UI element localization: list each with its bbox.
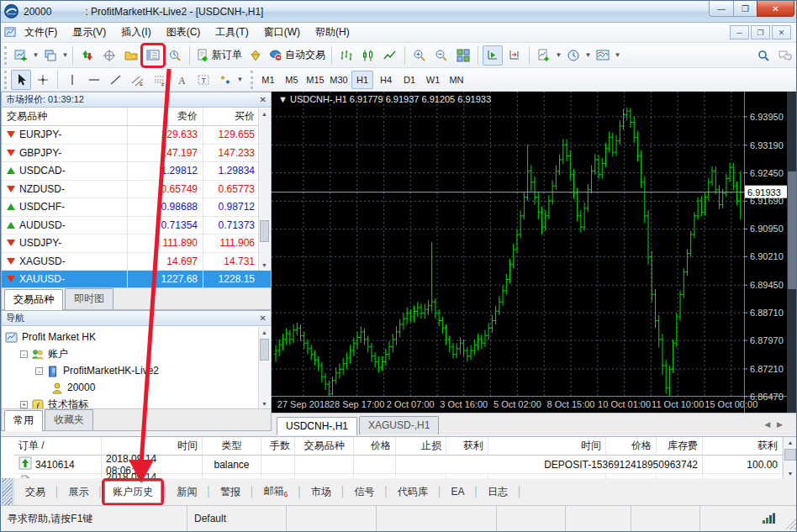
terminal-tab-日志[interactable]: 日志 bbox=[480, 481, 515, 503]
navigator-tab-常用[interactable]: 常用 bbox=[4, 410, 43, 431]
market-watch-row-xauusd[interactable]: XAUUSD-1227.681228.15 bbox=[2, 271, 271, 289]
new-chart-button[interactable] bbox=[11, 45, 31, 66]
profiles-button[interactable] bbox=[40, 45, 61, 66]
bar-chart-button[interactable] bbox=[336, 45, 356, 66]
indicators-dropdown-icon[interactable]: ▼ bbox=[555, 51, 562, 59]
new-order-button[interactable]: 新订单 bbox=[194, 45, 244, 66]
terminal-column-3[interactable]: 手数 bbox=[261, 437, 295, 456]
close-button[interactable]: ✕ bbox=[757, 1, 794, 17]
terminal-column-8[interactable]: 时间 bbox=[488, 437, 606, 456]
scroll-thumb[interactable] bbox=[260, 220, 269, 242]
auto-scroll-button[interactable] bbox=[483, 45, 503, 66]
menu-item-6[interactable]: 帮助(H) bbox=[308, 23, 357, 42]
timeframe-mn-button[interactable]: MN bbox=[446, 71, 467, 89]
profiles-dropdown-icon[interactable]: ▼ bbox=[61, 51, 69, 59]
navigator-tab-收藏夹[interactable]: 收藏夹 bbox=[45, 409, 93, 430]
timeframe-h1-button[interactable]: H1 bbox=[351, 71, 373, 89]
menu-item-5[interactable]: 窗口(W) bbox=[256, 23, 308, 42]
terminal-column-10[interactable]: 库存费 bbox=[657, 437, 703, 456]
strategy-tester-button[interactable] bbox=[165, 45, 185, 66]
indicators-button[interactable] bbox=[534, 45, 554, 66]
zoom-in-button[interactable] bbox=[409, 45, 430, 66]
arrows-dropdown-icon[interactable]: ▼ bbox=[236, 76, 244, 83]
chart-tab-XAGUSD-,H1[interactable]: XAGUSD-,H1 bbox=[359, 416, 439, 435]
new-chart-dropdown-icon[interactable]: ▼ bbox=[32, 51, 40, 59]
navigator-scrollbar[interactable]: ▲ ▼ bbox=[258, 327, 270, 409]
market-watch-tab-即时图[interactable]: 即时图 bbox=[65, 288, 113, 309]
toolbar-grip[interactable] bbox=[4, 46, 7, 65]
terminal-tab-账户历史[interactable]: 账户历史 bbox=[104, 481, 161, 503]
text-label-button[interactable]: T bbox=[193, 70, 214, 90]
chart-tab-scroll-icons[interactable]: ◀▶ bbox=[764, 420, 789, 429]
terminal-column-11[interactable]: 获利 bbox=[703, 437, 783, 456]
toolbar-grip[interactable] bbox=[251, 71, 253, 89]
zoom-out-button[interactable] bbox=[431, 45, 451, 66]
templates-button[interactable] bbox=[593, 45, 613, 66]
timeframe-d1-button[interactable]: D1 bbox=[398, 71, 420, 89]
search-button[interactable] bbox=[753, 45, 773, 66]
market-watch-row-usdcad[interactable]: USDCAD-1.298121.29834 bbox=[2, 162, 271, 181]
timeframe-w1-button[interactable]: W1 bbox=[422, 71, 444, 89]
mdi-close-button[interactable]: ✕ bbox=[772, 25, 791, 40]
price-chart[interactable]: 27 Sep 201828 Sep 17:002 Oct 07:003 Oct … bbox=[272, 92, 797, 413]
chart-tab-USDCNH-,H1[interactable]: USDCNH-,H1 bbox=[277, 417, 357, 435]
menu-item-0[interactable]: 文件(F) bbox=[17, 23, 65, 42]
market-watch-button[interactable] bbox=[77, 45, 98, 66]
terminal-column-9[interactable]: 价格 bbox=[606, 437, 657, 456]
line-chart-button[interactable] bbox=[380, 45, 400, 66]
tree-expander-icon[interactable]: - bbox=[35, 367, 43, 375]
timeframe-h4-button[interactable]: H4 bbox=[375, 71, 397, 89]
terminal-tab-信号[interactable]: 信号 bbox=[347, 481, 383, 503]
scroll-thumb[interactable] bbox=[784, 449, 796, 461]
minimize-button[interactable]: — bbox=[709, 1, 734, 17]
terminal-scrollbar[interactable]: ▲ ▼ bbox=[783, 437, 797, 478]
chart-shift-button[interactable] bbox=[504, 45, 525, 66]
column-buy[interactable]: 买价 bbox=[203, 108, 259, 125]
tree-node-profit-market-hk[interactable]: Profit Market HK bbox=[5, 329, 271, 345]
terminal-column-7[interactable]: 获利 bbox=[446, 437, 488, 456]
chart-scrollbar-thumb[interactable] bbox=[788, 171, 797, 289]
market-watch-row-xagusd[interactable]: XAGUSD-14.69714.731 bbox=[2, 253, 271, 271]
maximize-button[interactable]: ❐ bbox=[733, 1, 757, 17]
tree-node-20000[interactable]: 20000 bbox=[5, 379, 271, 396]
terminal-column-2[interactable]: 类型 bbox=[203, 437, 261, 456]
column-symbol[interactable]: 交易品种 bbox=[2, 108, 128, 125]
chart-canvas[interactable]: 27 Sep 201828 Sep 17:002 Oct 07:003 Oct … bbox=[272, 92, 797, 413]
autotrading-button[interactable]: 自动交易 bbox=[267, 45, 327, 66]
tree-node-profitmarkethk-live2[interactable]: -ProfitMarketHK-Live2 bbox=[5, 362, 271, 379]
periods-dropdown-icon[interactable]: ▼ bbox=[584, 51, 592, 59]
timeframe-m1-button[interactable]: M1 bbox=[257, 71, 279, 89]
timeframe-m30-button[interactable]: M30 bbox=[328, 71, 350, 89]
toolbar-grip[interactable] bbox=[4, 71, 7, 89]
templates-dropdown-icon[interactable]: ▼ bbox=[614, 51, 621, 59]
fibonacci-button[interactable]: F bbox=[150, 70, 170, 90]
tile-windows-button[interactable] bbox=[453, 45, 473, 66]
terminal-column-6[interactable]: 止损 bbox=[396, 437, 446, 456]
title-bar[interactable]: 20000 : ProfitMarketHK-Live2 - [USDCNH-,… bbox=[1, 1, 797, 23]
text-button[interactable]: A bbox=[172, 70, 192, 90]
arrows-button[interactable] bbox=[215, 70, 235, 90]
market-watch-row-nzdusd[interactable]: NZDUSD-0.657490.65773 bbox=[2, 181, 271, 199]
tree-expander-icon[interactable]: + bbox=[20, 401, 28, 408]
market-watch-close-icon[interactable]: ✕ bbox=[260, 96, 267, 104]
terminal-tab-新闻[interactable]: 新闻 bbox=[170, 481, 205, 503]
scroll-down-icon[interactable]: ▼ bbox=[259, 260, 270, 271]
candlestick-chart-button[interactable] bbox=[358, 45, 378, 66]
market-watch-row-gbpjpy[interactable]: GBPJPY-147.197147.233 bbox=[2, 145, 271, 163]
terminal-column-0[interactable]: 订单 / bbox=[14, 437, 102, 456]
trendline-button[interactable] bbox=[106, 70, 126, 90]
terminal-tab-EA[interactable]: EA bbox=[444, 482, 472, 502]
menu-item-1[interactable]: 显示(V) bbox=[65, 23, 113, 42]
terminal-button[interactable] bbox=[143, 45, 163, 66]
horizontal-line-button[interactable] bbox=[84, 70, 104, 90]
scroll-down-icon[interactable]: ▼ bbox=[784, 468, 797, 478]
menu-item-2[interactable]: 插入(I) bbox=[113, 23, 158, 42]
market-watch-row-usdjpy[interactable]: USDJPY-111.890111.906 bbox=[2, 234, 271, 253]
scroll-thumb[interactable] bbox=[260, 339, 269, 361]
terminal-tab-交易[interactable]: 交易 bbox=[18, 481, 53, 503]
resize-grip[interactable] bbox=[785, 519, 796, 529]
scroll-up-icon[interactable]: ▲ bbox=[259, 108, 270, 119]
tree-node-账户[interactable]: -账户 bbox=[5, 345, 271, 362]
terminal-tab-市场[interactable]: 市场 bbox=[303, 481, 339, 503]
periods-button[interactable] bbox=[563, 45, 583, 66]
